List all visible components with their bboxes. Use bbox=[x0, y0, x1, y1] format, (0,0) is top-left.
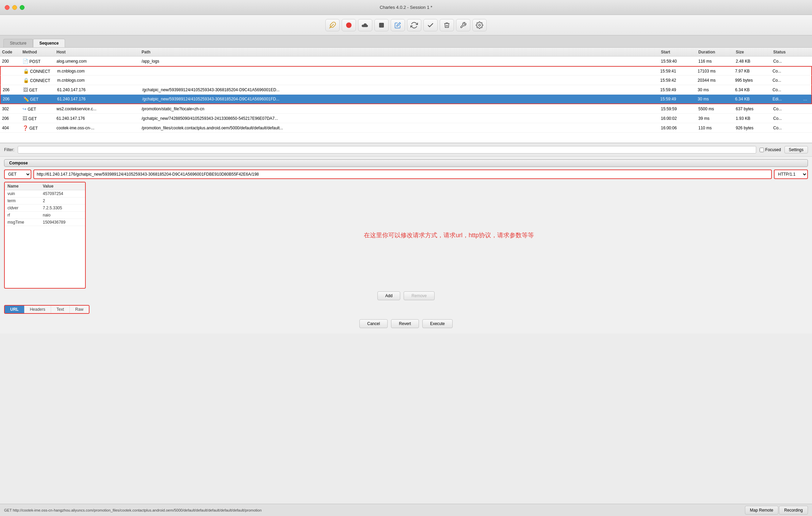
compose-info-text: 在这里你可以修改请求方式，请求url，http协议，请求参数等等 bbox=[90, 182, 808, 289]
row-status: Co... bbox=[770, 87, 801, 92]
filter-bar: Filter: Focused Settings bbox=[0, 143, 812, 157]
col-status: Status bbox=[771, 50, 802, 54]
tools-button[interactable] bbox=[456, 19, 470, 31]
status-right: Map Remote Recording bbox=[745, 506, 808, 515]
param-row[interactable]: msgTime1509436789 bbox=[5, 219, 85, 226]
url-input[interactable] bbox=[33, 170, 772, 179]
row-code: 206 bbox=[1, 87, 21, 92]
execute-button[interactable]: Execute bbox=[422, 319, 453, 328]
row-duration: 5500 ms bbox=[696, 107, 734, 111]
param-col-value: Value bbox=[40, 182, 85, 190]
row-code: 404 bbox=[0, 126, 20, 130]
sub-tab-url[interactable]: URL bbox=[5, 306, 25, 313]
param-value: 1509436789 bbox=[40, 219, 85, 226]
minimize-button[interactable] bbox=[12, 5, 17, 10]
map-remote-button[interactable]: Map Remote bbox=[745, 506, 779, 515]
param-row[interactable]: vuin457097254 bbox=[5, 190, 85, 197]
row-duration: 17103 ms bbox=[696, 69, 733, 74]
add-remove-row: Add Remove bbox=[4, 289, 808, 303]
row-code: 200 bbox=[0, 59, 20, 64]
param-row[interactable]: rfnaio bbox=[5, 212, 85, 219]
row-size: 6.34 KB bbox=[733, 97, 770, 101]
col-size: Size bbox=[734, 50, 771, 54]
param-name: cldver bbox=[5, 205, 40, 212]
cancel-button[interactable]: Cancel bbox=[359, 319, 388, 328]
row-host: alog.umeng.com bbox=[54, 59, 140, 64]
param-value: 2 bbox=[40, 197, 85, 205]
param-row[interactable]: term2 bbox=[5, 197, 85, 205]
protocol-select[interactable]: HTTP/1.1 HTTP/2 bbox=[774, 170, 808, 179]
row-code: 206 bbox=[1, 97, 21, 101]
filter-label: Filter: bbox=[4, 147, 14, 152]
table-row[interactable]: 🔒 CONNECT m.cnblogs.com 15:59:41 17103 m… bbox=[0, 66, 812, 76]
close-button[interactable] bbox=[5, 5, 10, 10]
compose-button[interactable]: Compose bbox=[4, 159, 808, 167]
maximize-button[interactable] bbox=[20, 5, 25, 10]
table-row[interactable]: 206 🖼 GET 61.240.147.176 /gchatpic_new/5… bbox=[0, 85, 812, 95]
settings-button[interactable] bbox=[472, 19, 487, 31]
recording-button[interactable]: Recording bbox=[779, 506, 808, 515]
col-method: Method bbox=[20, 50, 54, 54]
row-status: Co... bbox=[771, 59, 802, 64]
window-title: Charles 4.0.2 - Session 1 * bbox=[380, 5, 433, 10]
check-button[interactable] bbox=[423, 19, 438, 31]
col-duration: Duration bbox=[696, 50, 734, 54]
row-host: cootek-ime.oss-cn-... bbox=[54, 126, 140, 130]
settings-filter-button[interactable]: Settings bbox=[784, 146, 808, 154]
param-value: 457097254 bbox=[40, 190, 85, 197]
sub-tab-text[interactable]: Text bbox=[51, 306, 70, 313]
tab-sequence[interactable]: Sequence bbox=[33, 39, 65, 47]
tab-structure[interactable]: Structure bbox=[3, 39, 33, 47]
row-duration: 110 ms bbox=[696, 126, 734, 130]
row-start: 15:59:40 bbox=[659, 59, 696, 64]
feather-tool-button[interactable] bbox=[325, 19, 340, 31]
row-host: m.cnblogs.com bbox=[55, 78, 140, 83]
table-row[interactable]: 206 🖼 GET 61.240.147.176 /gchatpic_new/7… bbox=[0, 114, 812, 123]
row-method: 🔒 CONNECT bbox=[21, 78, 55, 83]
row-path: /promotion_files/cootek.contactplus.andr… bbox=[140, 126, 659, 130]
table-row[interactable]: 206 ✏️ GET 61.240.147.176 /gchatpic_new/… bbox=[0, 95, 812, 104]
row-start: 16:00:06 bbox=[659, 126, 696, 130]
record-button[interactable] bbox=[342, 19, 356, 31]
bottom-panel: Filter: Focused Settings Compose GET POS… bbox=[0, 143, 812, 334]
remove-button[interactable]: Remove bbox=[404, 291, 435, 300]
row-start: 15:59:59 bbox=[659, 107, 696, 111]
focused-label: Focused bbox=[765, 147, 781, 152]
edit-button[interactable] bbox=[391, 19, 405, 31]
row-duration: 39 ms bbox=[696, 116, 734, 121]
row-duration: 116 ms bbox=[696, 59, 734, 64]
row-path: /promotion/static_file?locale=zh-cn bbox=[140, 107, 659, 111]
table-row[interactable]: 200 📄 POST alog.umeng.com /app_logs 15:5… bbox=[0, 57, 812, 66]
row-duration: 30 ms bbox=[696, 97, 733, 101]
svg-rect-2 bbox=[379, 23, 384, 28]
row-path: /gchatpic_new/593989124/4105259343-30681… bbox=[140, 87, 658, 92]
table-row[interactable]: 🔒 CONNECT m.cnblogs.com 15:59:42 20344 m… bbox=[0, 76, 812, 85]
param-name: msgTime bbox=[5, 219, 40, 226]
row-host: 61.240.147.176 bbox=[55, 97, 140, 101]
stop-button[interactable] bbox=[374, 19, 389, 31]
cloud-button[interactable] bbox=[358, 19, 372, 31]
row-status: Co... bbox=[771, 116, 802, 121]
row-status: Edi... bbox=[770, 97, 801, 101]
row-code: 302 bbox=[0, 107, 20, 111]
compose-area: Compose GET POST PUT DELETE HTTP/1.1 HTT… bbox=[0, 157, 812, 334]
param-name: rf bbox=[5, 212, 40, 219]
param-row[interactable]: cldver7.2.5.3305 bbox=[5, 205, 85, 212]
table-row[interactable]: 302 ↪ GET ws2.cootekservice.c... /promot… bbox=[0, 104, 812, 114]
table-row[interactable]: 404 ❓ GET cootek-ime.oss-cn-... /promoti… bbox=[0, 123, 812, 133]
add-button[interactable]: Add bbox=[377, 291, 400, 300]
row-host: 61.240.147.176 bbox=[55, 87, 140, 92]
method-select[interactable]: GET POST PUT DELETE bbox=[4, 170, 31, 179]
sub-tab-raw[interactable]: Raw bbox=[70, 306, 89, 313]
refresh-button[interactable] bbox=[407, 19, 421, 31]
sub-tab-headers[interactable]: Headers bbox=[25, 306, 51, 313]
row-size: 637 bytes bbox=[734, 107, 771, 111]
focused-checkbox[interactable] bbox=[760, 148, 764, 152]
revert-button[interactable]: Revert bbox=[391, 319, 419, 328]
row-size: 995 bytes bbox=[733, 78, 770, 83]
row-status: Co... bbox=[771, 126, 802, 130]
trash-button[interactable] bbox=[440, 19, 454, 31]
filter-input[interactable] bbox=[18, 146, 756, 154]
row-host: m.cnblogs.com bbox=[55, 69, 140, 74]
col-host: Host bbox=[54, 50, 140, 54]
